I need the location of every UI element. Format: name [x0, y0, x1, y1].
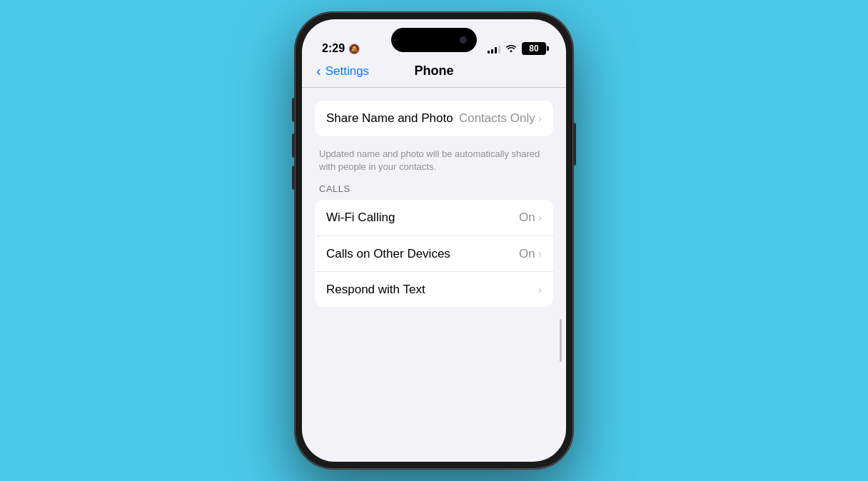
bar1	[488, 51, 490, 54]
wifi-icon	[505, 43, 517, 54]
scroll-indicator	[560, 319, 562, 362]
back-button[interactable]: ‹ Settings	[316, 63, 369, 79]
navigation-bar: ‹ Settings Phone	[302, 61, 566, 87]
wifi-calling-row[interactable]: Wi-Fi Calling On ›	[315, 200, 553, 236]
nav-separator	[302, 87, 566, 88]
wifi-calling-value: On ›	[519, 211, 542, 225]
respond-with-text-row[interactable]: Respond with Text ›	[315, 271, 553, 307]
camera-indicator	[460, 36, 467, 44]
calls-other-devices-chevron-icon: ›	[538, 248, 542, 260]
respond-with-text-chevron-icon: ›	[538, 283, 542, 296]
battery-level: 80	[529, 44, 538, 54]
status-time-area: 2:29 🔕	[322, 42, 360, 55]
signal-bars-icon	[488, 44, 500, 54]
calls-section-header: CALLS	[315, 183, 553, 200]
share-name-photo-card: Share Name and Photo Contacts Only ›	[315, 101, 553, 136]
time-display: 2:29	[322, 42, 345, 55]
calls-other-devices-value: On ›	[519, 247, 542, 261]
bar2	[491, 49, 493, 54]
wifi-calling-chevron-icon: ›	[538, 211, 542, 224]
back-chevron-icon: ‹	[316, 63, 321, 79]
bar3	[495, 47, 497, 54]
share-name-photo-label: Share Name and Photo	[326, 111, 453, 126]
share-name-photo-row[interactable]: Share Name and Photo Contacts Only ›	[315, 101, 553, 136]
settings-content: Share Name and Photo Contacts Only › Upd…	[302, 101, 566, 314]
status-right-icons: 80	[488, 42, 546, 55]
respond-with-text-label: Respond with Text	[326, 283, 425, 297]
wifi-calling-label: Wi-Fi Calling	[326, 211, 395, 225]
wifi-calling-status: On	[519, 211, 535, 225]
mute-icon: 🔕	[348, 44, 360, 54]
respond-with-text-value: ›	[538, 283, 542, 296]
calls-other-devices-status: On	[519, 247, 535, 261]
dynamic-island	[391, 28, 477, 52]
page-title: Phone	[414, 64, 453, 79]
bar4	[498, 46, 500, 54]
contacts-only-text: Contacts Only	[459, 111, 535, 126]
share-name-chevron-icon: ›	[538, 112, 542, 125]
back-button-label: Settings	[326, 64, 369, 79]
calls-other-devices-label: Calls on Other Devices	[326, 247, 450, 261]
phone-frame: 2:29 🔕 80	[295, 12, 573, 469]
battery-indicator: 80	[522, 42, 546, 55]
share-name-photo-value: Contacts Only ›	[459, 111, 542, 126]
phone-screen: 2:29 🔕 80	[302, 19, 566, 462]
calls-card: Wi-Fi Calling On › Calls on Other Device…	[315, 200, 553, 307]
share-description: Updated name and photo will be automatic…	[315, 143, 553, 183]
calls-other-devices-row[interactable]: Calls on Other Devices On ›	[315, 236, 553, 271]
